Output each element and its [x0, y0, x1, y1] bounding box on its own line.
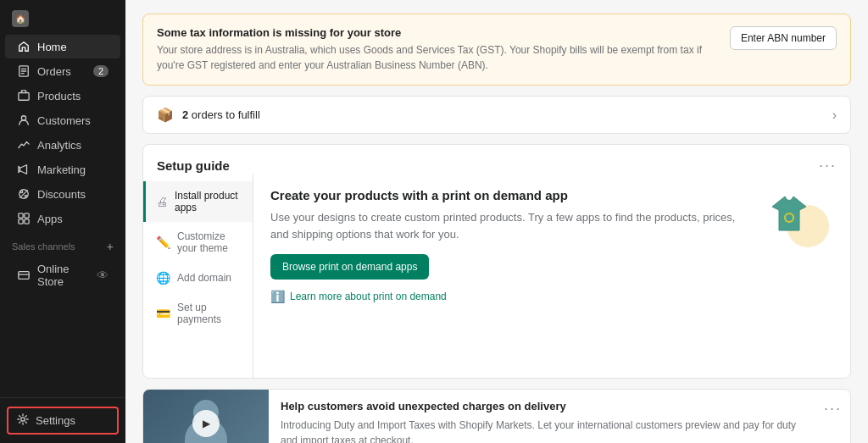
sidebar-nav: Home Orders 2 Products Customers: [0, 34, 125, 397]
marketing-icon: [17, 163, 31, 176]
info-icon: ℹ️: [270, 290, 285, 303]
eye-icon: 👁: [97, 269, 108, 282]
svg-rect-13: [25, 219, 29, 224]
play-button[interactable]: ▶: [192, 410, 220, 437]
card-icon: 💳: [156, 307, 170, 320]
box-icon: 📦: [157, 107, 174, 123]
settings-button[interactable]: Settings: [7, 407, 119, 435]
sidebar-item-home[interactable]: Home: [5, 35, 120, 58]
setup-guide-nav-customize-theme[interactable]: ✏️ Customize your theme: [143, 222, 253, 263]
svg-rect-10: [19, 213, 23, 218]
svg-point-16: [21, 418, 25, 421]
setup-guide-nav-payments[interactable]: 💳 Set up payments: [143, 293, 253, 334]
setup-guide-nav-install-apps[interactable]: 🖨 Install product apps: [143, 181, 253, 222]
setup-guide-title: Setup guide: [157, 158, 230, 173]
video-description: Introducing Duty and Import Taxes with S…: [281, 418, 804, 443]
setup-guide-nav: 🖨 Install product apps ✏️ Customize your…: [143, 174, 253, 378]
svg-point-5: [21, 116, 25, 120]
learn-more-link[interactable]: ℹ️ Learn more about print on demand: [270, 290, 752, 303]
tax-banner-text: Some tax information is missing for your…: [157, 26, 716, 73]
svg-rect-12: [19, 219, 23, 224]
sidebar-footer: Settings: [0, 397, 125, 443]
main-content: Some tax information is missing for your…: [125, 0, 868, 443]
product-illustration: [765, 188, 833, 256]
discounts-icon: [17, 187, 31, 201]
setup-guide-text: Create your products with a print on dem…: [270, 188, 752, 303]
products-icon: [17, 89, 31, 102]
tax-banner-title: Some tax information is missing for your…: [157, 26, 716, 39]
setup-guide-nav-add-domain[interactable]: 🌐 Add domain: [143, 263, 253, 293]
sidebar: 🏠 Home Orders 2 Products: [0, 0, 125, 443]
settings-icon: [17, 413, 29, 428]
svg-rect-4: [19, 93, 29, 101]
svg-line-8: [20, 191, 28, 198]
home-icon: [17, 40, 31, 53]
orders-fulfill-card[interactable]: 📦 2 orders to fulfill ›: [142, 96, 851, 134]
sidebar-item-analytics[interactable]: Analytics: [5, 133, 120, 157]
setup-guide-header: Setup guide ···: [143, 145, 850, 174]
setup-guide-content-title: Create your products with a print on dem…: [270, 188, 752, 202]
svg-rect-14: [19, 272, 29, 280]
tax-banner: Some tax information is missing for your…: [142, 14, 851, 86]
sidebar-item-online-store[interactable]: Online Store 👁: [5, 257, 120, 293]
svg-point-19: [786, 214, 793, 221]
sidebar-item-orders[interactable]: Orders 2: [5, 59, 120, 83]
chevron-right-icon: ›: [832, 108, 837, 123]
setup-guide-content: Create your products with a print on dem…: [253, 174, 850, 378]
video-card: ▶ Help customers avoid unexpected charge…: [142, 389, 851, 443]
setup-guide-content-desc: Use your designs to create custom printe…: [270, 209, 752, 242]
online-store-icon: [17, 269, 31, 282]
setup-guide-body: 🖨 Install product apps ✏️ Customize your…: [143, 174, 850, 378]
sales-channels-label: Sales channels +: [0, 231, 125, 257]
video-thumbnail: ▶: [143, 390, 269, 443]
setup-guide: Setup guide ··· 🖨 Install product apps ✏…: [142, 144, 851, 379]
video-title: Help customers avoid unexpected charges …: [281, 400, 804, 413]
apps-icon: [17, 212, 31, 225]
orders-icon: [17, 64, 31, 78]
brush-icon: ✏️: [156, 235, 170, 249]
sidebar-item-customers[interactable]: Customers: [5, 108, 120, 132]
sidebar-item-products[interactable]: Products: [5, 84, 120, 108]
add-sales-channel-icon[interactable]: +: [107, 240, 114, 253]
svg-rect-11: [25, 213, 29, 218]
analytics-icon: [17, 138, 31, 152]
orders-count: 2: [182, 108, 188, 121]
video-more-button[interactable]: ···: [815, 390, 850, 443]
printer-icon: 🖨: [156, 195, 168, 208]
video-text: Help customers avoid unexpected charges …: [269, 390, 815, 443]
setup-guide-more-button[interactable]: ···: [819, 157, 837, 174]
sidebar-item-marketing[interactable]: Marketing: [5, 158, 120, 181]
customers-icon: [17, 114, 31, 127]
globe-icon: 🌐: [156, 271, 170, 285]
sidebar-item-apps[interactable]: Apps: [5, 207, 120, 230]
tax-banner-description: Your store address is in Australia, whic…: [157, 42, 716, 73]
enter-abn-button[interactable]: Enter ABN number: [730, 26, 837, 50]
browse-print-button[interactable]: Browse print on demand apps: [270, 254, 429, 280]
sidebar-header: 🏠: [0, 0, 125, 34]
store-icon: 🏠: [12, 10, 29, 27]
sidebar-item-discounts[interactable]: Discounts: [5, 182, 120, 206]
